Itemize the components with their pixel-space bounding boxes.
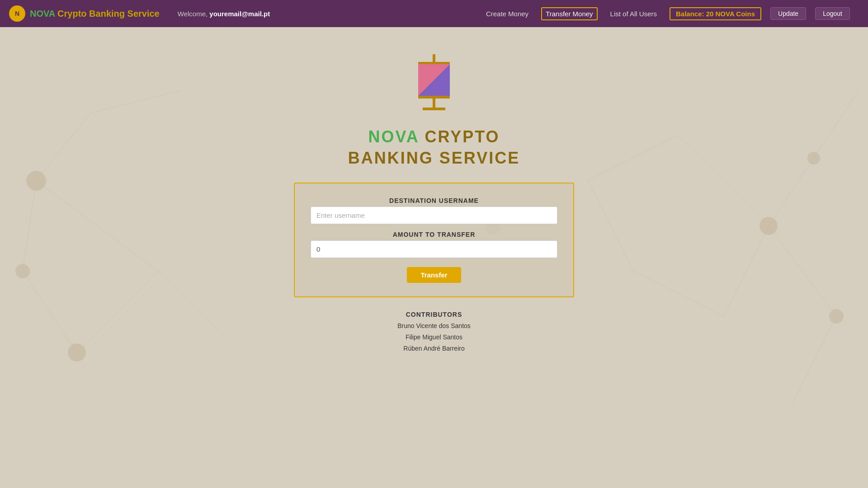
contributor-3: Rúben André Barreiro xyxy=(397,343,471,354)
logo-icon: N xyxy=(9,5,25,22)
amount-input[interactable] xyxy=(311,240,557,258)
transfer-button[interactable]: Transfer xyxy=(407,267,461,283)
nav-create-money[interactable]: Create Money xyxy=(482,8,532,19)
nav-welcome: Welcome, youremail@mail.pt xyxy=(178,10,270,18)
destination-input[interactable] xyxy=(311,206,557,224)
logo-graphic xyxy=(405,54,463,120)
logo-area: NOVA CRYPTO BANKING SERVICE xyxy=(348,54,520,169)
svg-rect-33 xyxy=(423,108,445,110)
contributor-2: Filipe Miguel Santos xyxy=(397,332,471,343)
contributors-title: CONTRIBUTORS xyxy=(397,311,471,318)
transfer-form: DESTINATION USERNAME AMOUNT TO TRANSFER … xyxy=(294,183,574,297)
svg-text:N: N xyxy=(15,10,19,17)
contributors-section: CONTRIBUTORS Bruno Vicente dos Santos Fi… xyxy=(397,311,471,355)
update-button[interactable]: Update xyxy=(770,7,806,20)
logo-title: NOVA CRYPTO BANKING SERVICE xyxy=(348,127,520,169)
contributor-1: Bruno Vicente dos Santos xyxy=(397,320,471,332)
nav-transfer-money[interactable]: Transfer Money xyxy=(541,7,597,20)
nav-balance: Balance: 20 NOVA Coins xyxy=(670,7,761,20)
main-content: NOVA CRYPTO BANKING SERVICE DESTINATION … xyxy=(0,27,868,354)
logout-button[interactable]: Logout xyxy=(815,7,850,20)
amount-group: AMOUNT TO TRANSFER xyxy=(311,231,557,258)
navbar: N NOVA Crypto Banking Service Welcome, y… xyxy=(0,0,868,27)
destination-label: DESTINATION USERNAME xyxy=(311,197,557,204)
nav-links: Create Money Transfer Money List of All … xyxy=(482,7,850,20)
app-name: NOVA Crypto Banking Service xyxy=(30,9,160,19)
nav-logo: N NOVA Crypto Banking Service xyxy=(9,5,160,22)
nav-list-users[interactable]: List of All Users xyxy=(607,8,660,19)
destination-group: DESTINATION USERNAME xyxy=(311,197,557,224)
amount-label: AMOUNT TO TRANSFER xyxy=(311,231,557,238)
